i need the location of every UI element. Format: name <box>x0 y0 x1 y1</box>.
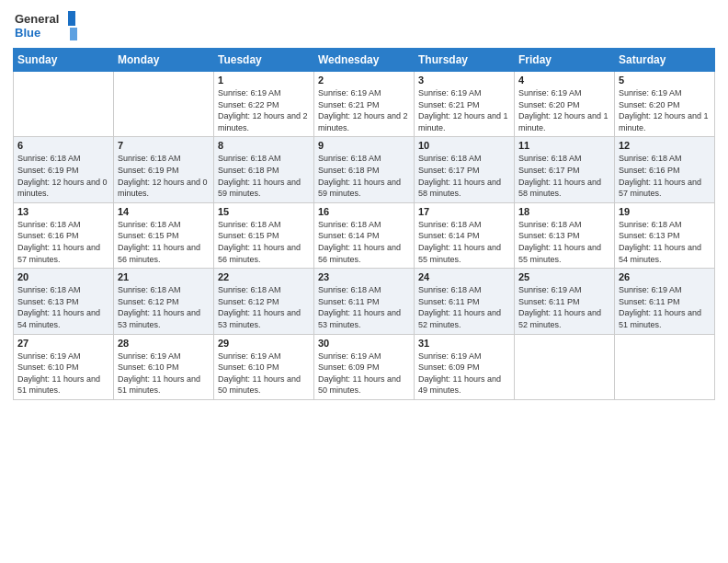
calendar-cell: 15Sunrise: 6:18 AM Sunset: 6:15 PM Dayli… <box>214 202 314 268</box>
logo-svg: General Blue <box>13 9 79 42</box>
calendar-table: SundayMondayTuesdayWednesdayThursdayFrid… <box>13 48 715 400</box>
header: General Blue <box>13 9 715 42</box>
calendar-cell: 18Sunrise: 6:18 AM Sunset: 6:13 PM Dayli… <box>515 202 615 268</box>
calendar-week-5: 27Sunrise: 6:19 AM Sunset: 6:10 PM Dayli… <box>14 334 715 399</box>
day-info: Sunrise: 6:19 AM Sunset: 6:10 PM Dayligh… <box>118 350 210 396</box>
day-number: 19 <box>619 206 711 217</box>
day-info: Sunrise: 6:19 AM Sunset: 6:21 PM Dayligh… <box>318 87 410 133</box>
day-info: Sunrise: 6:18 AM Sunset: 6:12 PM Dayligh… <box>118 284 210 330</box>
day-number: 4 <box>518 75 610 86</box>
day-number: 27 <box>17 338 109 349</box>
day-number: 30 <box>318 338 410 349</box>
day-info: Sunrise: 6:18 AM Sunset: 6:14 PM Dayligh… <box>418 219 510 265</box>
day-number: 12 <box>619 140 711 151</box>
day-number: 25 <box>518 271 610 282</box>
day-info: Sunrise: 6:19 AM Sunset: 6:11 PM Dayligh… <box>518 284 610 330</box>
day-number: 31 <box>418 338 510 349</box>
calendar-cell: 29Sunrise: 6:19 AM Sunset: 6:10 PM Dayli… <box>214 334 314 399</box>
day-number: 22 <box>218 271 310 282</box>
calendar-week-3: 13Sunrise: 6:18 AM Sunset: 6:16 PM Dayli… <box>14 202 715 268</box>
day-info: Sunrise: 6:18 AM Sunset: 6:13 PM Dayligh… <box>619 219 711 265</box>
day-number: 9 <box>318 140 410 151</box>
calendar-header-sunday: Sunday <box>14 49 114 72</box>
day-info: Sunrise: 6:18 AM Sunset: 6:19 PM Dayligh… <box>118 153 210 199</box>
calendar-cell: 9Sunrise: 6:18 AM Sunset: 6:18 PM Daylig… <box>314 137 415 202</box>
day-info: Sunrise: 6:18 AM Sunset: 6:15 PM Dayligh… <box>118 219 210 265</box>
day-number: 26 <box>619 271 711 282</box>
day-number: 14 <box>118 206 210 217</box>
day-info: Sunrise: 6:19 AM Sunset: 6:10 PM Dayligh… <box>17 350 109 396</box>
calendar-cell <box>515 334 615 399</box>
calendar-cell: 8Sunrise: 6:18 AM Sunset: 6:18 PM Daylig… <box>214 137 314 202</box>
calendar-cell <box>615 334 715 399</box>
day-number: 23 <box>318 271 410 282</box>
day-number: 7 <box>118 140 210 151</box>
day-info: Sunrise: 6:19 AM Sunset: 6:10 PM Dayligh… <box>218 350 310 396</box>
day-info: Sunrise: 6:18 AM Sunset: 6:14 PM Dayligh… <box>318 219 410 265</box>
calendar-cell: 22Sunrise: 6:18 AM Sunset: 6:12 PM Dayli… <box>214 269 314 334</box>
day-number: 20 <box>17 271 109 282</box>
calendar-cell: 27Sunrise: 6:19 AM Sunset: 6:10 PM Dayli… <box>14 334 114 399</box>
calendar-cell: 16Sunrise: 6:18 AM Sunset: 6:14 PM Dayli… <box>314 202 415 268</box>
day-info: Sunrise: 6:19 AM Sunset: 6:22 PM Dayligh… <box>218 87 310 133</box>
day-number: 21 <box>118 271 210 282</box>
calendar-week-1: 1Sunrise: 6:19 AM Sunset: 6:22 PM Daylig… <box>14 72 715 137</box>
calendar-cell: 17Sunrise: 6:18 AM Sunset: 6:14 PM Dayli… <box>415 202 515 268</box>
page: General Blue SundayMondayTuesdayWednesda… <box>0 0 728 563</box>
calendar-header-saturday: Saturday <box>615 49 715 72</box>
calendar-cell: 30Sunrise: 6:19 AM Sunset: 6:09 PM Dayli… <box>314 334 415 399</box>
day-info: Sunrise: 6:18 AM Sunset: 6:11 PM Dayligh… <box>318 284 410 330</box>
svg-marker-3 <box>70 28 77 40</box>
calendar-cell: 12Sunrise: 6:18 AM Sunset: 6:16 PM Dayli… <box>615 137 715 202</box>
calendar-cell: 28Sunrise: 6:19 AM Sunset: 6:10 PM Dayli… <box>114 334 214 399</box>
calendar-cell: 13Sunrise: 6:18 AM Sunset: 6:16 PM Dayli… <box>14 202 114 268</box>
day-info: Sunrise: 6:19 AM Sunset: 6:21 PM Dayligh… <box>418 87 510 133</box>
calendar-cell: 6Sunrise: 6:18 AM Sunset: 6:19 PM Daylig… <box>14 137 114 202</box>
day-number: 1 <box>218 75 310 86</box>
calendar-cell <box>14 72 114 137</box>
calendar-header-thursday: Thursday <box>415 49 515 72</box>
day-number: 29 <box>218 338 310 349</box>
calendar-cell: 21Sunrise: 6:18 AM Sunset: 6:12 PM Dayli… <box>114 269 214 334</box>
calendar-cell: 24Sunrise: 6:18 AM Sunset: 6:11 PM Dayli… <box>415 269 515 334</box>
svg-text:Blue: Blue <box>15 26 40 40</box>
calendar-cell: 3Sunrise: 6:19 AM Sunset: 6:21 PM Daylig… <box>415 72 515 137</box>
day-info: Sunrise: 6:18 AM Sunset: 6:13 PM Dayligh… <box>17 284 109 330</box>
logo: General Blue <box>13 9 79 42</box>
calendar-cell: 25Sunrise: 6:19 AM Sunset: 6:11 PM Dayli… <box>515 269 615 334</box>
day-number: 28 <box>118 338 210 349</box>
calendar-cell: 20Sunrise: 6:18 AM Sunset: 6:13 PM Dayli… <box>14 269 114 334</box>
calendar-cell: 1Sunrise: 6:19 AM Sunset: 6:22 PM Daylig… <box>214 72 314 137</box>
calendar-header-tuesday: Tuesday <box>214 49 314 72</box>
day-number: 15 <box>218 206 310 217</box>
day-info: Sunrise: 6:19 AM Sunset: 6:20 PM Dayligh… <box>518 87 610 133</box>
day-number: 18 <box>518 206 610 217</box>
calendar-cell: 10Sunrise: 6:18 AM Sunset: 6:17 PM Dayli… <box>415 137 515 202</box>
calendar-week-2: 6Sunrise: 6:18 AM Sunset: 6:19 PM Daylig… <box>14 137 715 202</box>
day-info: Sunrise: 6:19 AM Sunset: 6:20 PM Dayligh… <box>619 87 711 133</box>
day-number: 24 <box>418 271 510 282</box>
calendar-cell: 2Sunrise: 6:19 AM Sunset: 6:21 PM Daylig… <box>314 72 415 137</box>
calendar-cell <box>114 72 214 137</box>
calendar-cell: 11Sunrise: 6:18 AM Sunset: 6:17 PM Dayli… <box>515 137 615 202</box>
day-number: 16 <box>318 206 410 217</box>
day-number: 3 <box>418 75 510 86</box>
calendar-cell: 14Sunrise: 6:18 AM Sunset: 6:15 PM Dayli… <box>114 202 214 268</box>
svg-text:General: General <box>15 12 59 26</box>
day-info: Sunrise: 6:18 AM Sunset: 6:16 PM Dayligh… <box>17 219 109 265</box>
day-number: 6 <box>17 140 109 151</box>
calendar-header-row: SundayMondayTuesdayWednesdayThursdayFrid… <box>14 49 715 72</box>
day-info: Sunrise: 6:18 AM Sunset: 6:16 PM Dayligh… <box>619 153 711 199</box>
day-info: Sunrise: 6:18 AM Sunset: 6:19 PM Dayligh… <box>17 153 109 199</box>
day-info: Sunrise: 6:18 AM Sunset: 6:17 PM Dayligh… <box>518 153 610 199</box>
day-number: 13 <box>17 206 109 217</box>
day-info: Sunrise: 6:18 AM Sunset: 6:17 PM Dayligh… <box>418 153 510 199</box>
calendar-header-wednesday: Wednesday <box>314 49 415 72</box>
calendar-header-friday: Friday <box>515 49 615 72</box>
calendar-cell: 31Sunrise: 6:19 AM Sunset: 6:09 PM Dayli… <box>415 334 515 399</box>
svg-marker-2 <box>68 11 75 26</box>
day-info: Sunrise: 6:18 AM Sunset: 6:15 PM Dayligh… <box>218 219 310 265</box>
calendar-cell: 23Sunrise: 6:18 AM Sunset: 6:11 PM Dayli… <box>314 269 415 334</box>
day-info: Sunrise: 6:18 AM Sunset: 6:18 PM Dayligh… <box>318 153 410 199</box>
calendar-cell: 5Sunrise: 6:19 AM Sunset: 6:20 PM Daylig… <box>615 72 715 137</box>
